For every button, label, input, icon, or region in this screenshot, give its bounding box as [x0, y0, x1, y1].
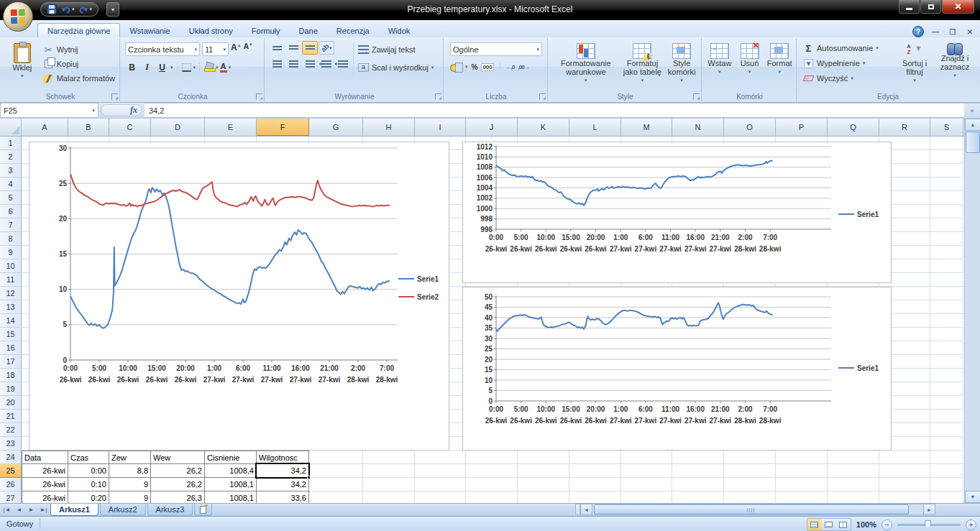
- column-header-F[interactable]: F: [257, 119, 309, 136]
- cell[interactable]: 26,3: [151, 491, 205, 503]
- fill-handle[interactable]: [307, 476, 311, 479]
- align-right-button[interactable]: [302, 57, 318, 70]
- zoom-out-button[interactable]: −: [881, 520, 892, 530]
- sort-filter-button[interactable]: AZ Sortuj i filtruj ▾: [894, 41, 935, 87]
- row-header-25[interactable]: 25: [0, 464, 22, 478]
- column-header-D[interactable]: D: [151, 119, 205, 136]
- minimize-button[interactable]: [899, 0, 920, 14]
- column-header-O[interactable]: O: [724, 119, 776, 136]
- sheet-tab-Arkusz2[interactable]: Arkusz2: [100, 504, 146, 516]
- tab-split-handle[interactable]: [575, 504, 580, 515]
- column-header-P[interactable]: P: [776, 119, 828, 136]
- normal-view-button[interactable]: [807, 519, 822, 530]
- paste-button[interactable]: Wklej ▾: [4, 41, 41, 86]
- row-header-3[interactable]: 3: [0, 164, 22, 177]
- row-header-15[interactable]: 15: [0, 328, 22, 341]
- cell[interactable]: 26,2: [151, 464, 205, 478]
- table-header-cell[interactable]: Wew: [151, 451, 205, 464]
- dialog-launcher-liczba[interactable]: [539, 93, 546, 100]
- column-header-G[interactable]: G: [309, 119, 363, 136]
- row-header-18[interactable]: 18: [0, 369, 22, 382]
- column-header-H[interactable]: H: [363, 119, 415, 136]
- ribbon-tab-6[interactable]: Recenzja: [327, 24, 379, 37]
- orientation-button[interactable]: ab▾: [319, 41, 334, 55]
- insert-worksheet-button[interactable]: [194, 504, 212, 516]
- cell-grid[interactable]: 0510152025300:0026-kwi5:0026-kwi10:0026-…: [22, 137, 963, 503]
- fill-button[interactable]: ▼Wypełnienie▾: [801, 56, 894, 70]
- column-header-I[interactable]: I: [415, 119, 466, 136]
- row-header-19[interactable]: 19: [0, 382, 22, 396]
- humidity-chart[interactable]: 051015202530354045500:0026-kwi5:0026-kwi…: [462, 287, 892, 451]
- align-top-button[interactable]: [269, 41, 285, 55]
- cell[interactable]: 1008,4: [205, 464, 257, 478]
- zoom-slider[interactable]: [897, 524, 961, 526]
- format-cells-button[interactable]: Format ▾: [764, 41, 794, 78]
- merge-center-button[interactable]: Scal i wyśrodkuj▾: [356, 60, 436, 75]
- row-header-14[interactable]: 14: [0, 314, 22, 328]
- ribbon-tab-4[interactable]: Formuły: [242, 24, 290, 37]
- horizontal-scroll-track[interactable]: [592, 504, 923, 515]
- sheet-tab-Arkusz1[interactable]: Arkusz1: [50, 504, 99, 516]
- align-bottom-button[interactable]: [302, 41, 318, 55]
- undo-menu-arrow-icon[interactable]: ▾: [72, 6, 75, 12]
- cut-button[interactable]: ✂Wytnij: [41, 42, 117, 57]
- table-header-cell[interactable]: Czas: [68, 451, 109, 464]
- clear-button[interactable]: Wyczyść▾: [801, 71, 894, 86]
- row-header-9[interactable]: 9: [0, 246, 22, 259]
- insert-cells-button[interactable]: Wstaw ▾: [705, 41, 735, 78]
- zoom-in-button[interactable]: +: [966, 520, 976, 530]
- sheet-tab-Arkusz3[interactable]: Arkusz3: [147, 504, 193, 516]
- cell[interactable]: 0:20: [68, 491, 109, 503]
- number-format-select[interactable]: Ogólne▾: [450, 42, 542, 56]
- underline-menu-arrow-icon[interactable]: ▾: [170, 65, 173, 70]
- delete-cells-button[interactable]: Usuń ▾: [735, 41, 765, 78]
- align-left-button[interactable]: [269, 57, 285, 70]
- wrap-text-button[interactable]: Zawijaj tekst: [356, 42, 436, 57]
- align-middle-button[interactable]: [285, 41, 301, 55]
- borders-menu-arrow-icon[interactable]: ▾: [193, 65, 196, 70]
- row-header-6[interactable]: 6: [0, 205, 22, 218]
- row-header-27[interactable]: 27: [0, 491, 22, 503]
- column-header-S[interactable]: S: [930, 119, 963, 136]
- restore-button[interactable]: [920, 0, 941, 14]
- column-header-J[interactable]: J: [466, 119, 518, 136]
- column-header-L[interactable]: L: [569, 119, 621, 136]
- row-header-12[interactable]: 12: [0, 287, 22, 300]
- row-header-16[interactable]: 16: [0, 341, 22, 355]
- column-header-K[interactable]: K: [518, 119, 569, 136]
- format-painter-button[interactable]: Malarz formatów: [41, 71, 117, 86]
- grow-font-button[interactable]: A▲: [231, 42, 242, 56]
- find-select-button[interactable]: Znajdź i zaznacz ▾: [935, 41, 975, 87]
- cell[interactable]: 1008,1: [205, 478, 257, 491]
- cell[interactable]: 33,6: [257, 491, 309, 503]
- column-header-B[interactable]: B: [68, 119, 109, 136]
- row-header-13[interactable]: 13: [0, 300, 22, 314]
- ribbon-tab-3[interactable]: Układ strony: [180, 24, 242, 37]
- column-header-A[interactable]: A: [22, 119, 68, 136]
- scroll-left-button[interactable]: ◄: [580, 504, 592, 515]
- doc-restore-button[interactable]: ❒: [947, 28, 958, 36]
- cell[interactable]: 26-kwi: [22, 478, 68, 491]
- vertical-scrollbar[interactable]: ▲ ▼: [964, 119, 980, 503]
- row-header-24[interactable]: 24: [0, 451, 22, 464]
- column-header-Q[interactable]: Q: [828, 119, 879, 136]
- conditional-formatting-button[interactable]: Formatowanie warunkowe ▾: [551, 41, 621, 87]
- font-size-select[interactable]: 11▾: [202, 42, 229, 56]
- font-color-menu-arrow-icon[interactable]: ▾: [229, 65, 232, 70]
- table-header-cell[interactable]: Zew: [109, 451, 151, 464]
- fill-color-button[interactable]: [203, 63, 214, 73]
- row-header-1[interactable]: 1: [0, 137, 22, 150]
- currency-format-button[interactable]: [450, 63, 462, 72]
- copy-button[interactable]: Kopiuj: [41, 57, 117, 71]
- name-box[interactable]: F25 ▾: [0, 103, 99, 118]
- ribbon-tab-5[interactable]: Dane: [290, 24, 327, 37]
- column-header-N[interactable]: N: [672, 119, 724, 136]
- ribbon-tab-2[interactable]: Wstawianie: [120, 24, 179, 37]
- temperature-chart[interactable]: 0510152025300:0026-kwi5:0026-kwi10:0026-…: [29, 142, 449, 451]
- column-header-E[interactable]: E: [205, 119, 257, 136]
- column-header-M[interactable]: M: [621, 119, 672, 136]
- horizontal-scroll-thumb[interactable]: [594, 504, 909, 514]
- office-button[interactable]: [3, 1, 33, 32]
- decrease-decimal-button[interactable]: ,00→: [518, 64, 528, 70]
- increase-indent-button[interactable]: [335, 57, 351, 70]
